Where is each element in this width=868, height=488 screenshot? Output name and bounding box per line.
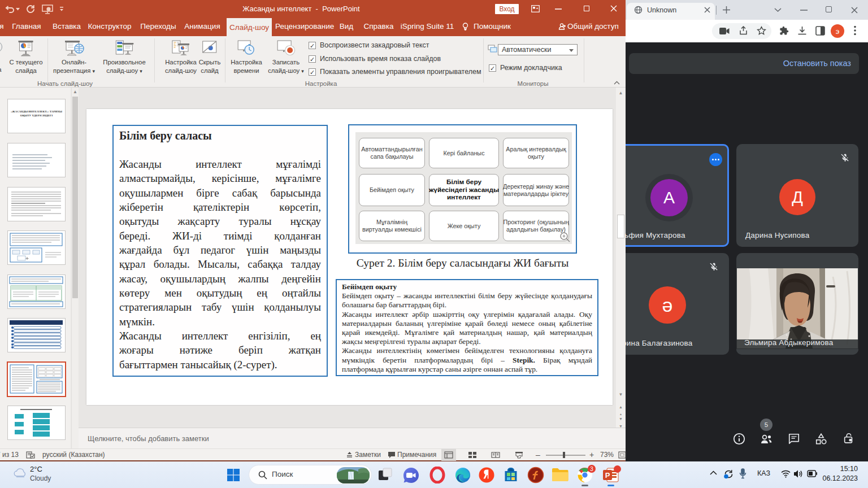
svg-text:P: P bbox=[605, 471, 610, 480]
